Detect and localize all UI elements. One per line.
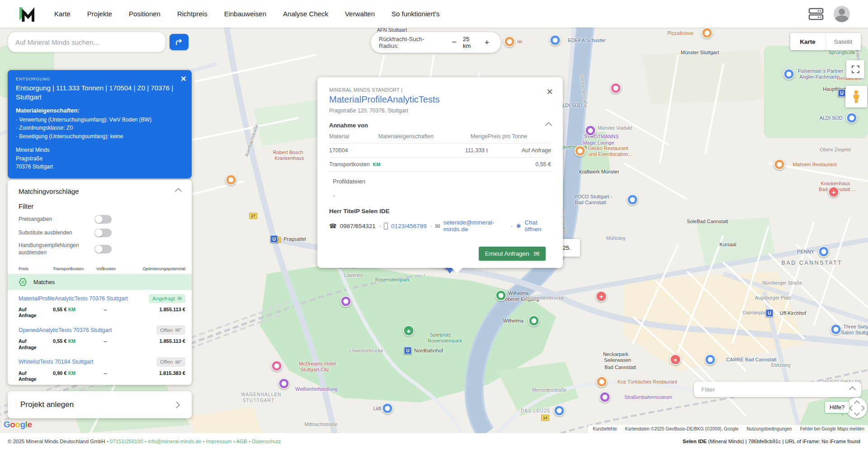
profile-files-value: -: [333, 192, 551, 199]
nav-item[interactable]: So funktioniert's: [392, 10, 439, 18]
match-full-cost: –: [96, 338, 114, 345]
map-poi-marker[interactable]: [575, 145, 586, 157]
toggle-switch[interactable]: [94, 229, 112, 237]
map-poi-marker[interactable]: [774, 159, 785, 170]
popup-material-row: 170504 111.333 t Auf Anfrage: [329, 144, 551, 158]
popup-title-link[interactable]: MaterialProfileAnalyticTests: [329, 94, 551, 105]
pan-left-icon[interactable]: [849, 405, 855, 411]
match-status-badge[interactable]: Angefragt ✉: [149, 294, 185, 303]
contact-line: ☎ 0987/654321 · 0123/456789 · ✉ selenide…: [329, 219, 551, 233]
km-tag: KM: [68, 307, 75, 312]
close-icon[interactable]: ×: [547, 86, 553, 97]
map-poi-marker[interactable]: [340, 296, 352, 307]
user-avatar[interactable]: [834, 6, 850, 22]
map-label: Lidl: [373, 406, 381, 411]
request-again-button[interactable]: Erneut Anfragen✉: [479, 247, 546, 261]
nav-item[interactable]: Verwalten: [345, 10, 375, 18]
attribution-link[interactable]: Kartendaten ©2025 GeoBasis-DE/BKG (©2009…: [625, 426, 739, 431]
pan-right-icon[interactable]: [859, 405, 865, 411]
ubahn-station-icon[interactable]: U: [766, 309, 774, 317]
map-poi-marker[interactable]: [554, 405, 565, 416]
map-poi-marker[interactable]: [550, 35, 561, 46]
map-poi-marker[interactable]: [226, 174, 237, 186]
map-label: Stuttgart-City: [300, 367, 329, 372]
fullscreen-button[interactable]: [846, 60, 864, 78]
map-label: SoleBad Cannstatt: [687, 219, 728, 224]
attribution-link[interactable]: Nutzungsbedingungen: [747, 426, 792, 431]
profile-files-label: Profildateien: [333, 178, 551, 185]
mobile-number-link[interactable]: 0123/456789: [391, 223, 427, 229]
map-poi-marker[interactable]: [627, 194, 638, 206]
attribution-link[interactable]: Kurzbefehle: [593, 426, 617, 431]
match-status-badge[interactable]: Offen ✉: [156, 357, 185, 367]
match-title-link[interactable]: OpenedAnalyticTests 70376 Stuttgart: [19, 327, 112, 333]
footer-link[interactable]: Impressum: [201, 439, 231, 444]
nav-item[interactable]: Projekte: [87, 10, 112, 18]
nav-item[interactable]: Richtpreis: [177, 10, 208, 18]
directions-button[interactable]: [170, 34, 189, 50]
footer-link[interactable]: info@mineral-minds.de: [143, 439, 202, 444]
map-poi-marker[interactable]: [830, 324, 842, 335]
material-property: Verwertung (Untersuchungsumfang): VwV Bo…: [16, 116, 184, 124]
map-poi-marker[interactable]: [818, 246, 830, 257]
section-collapse-chevron-icon[interactable]: [545, 122, 552, 129]
collapse-chevron-icon[interactable]: [175, 188, 182, 195]
footer-link[interactable]: 07151/250100: [105, 439, 143, 444]
create-project-button[interactable]: Projekt anlegen: [8, 391, 192, 418]
map-filter-input[interactable]: [700, 386, 838, 393]
ubahn-station-icon[interactable]: U: [838, 89, 846, 97]
nav-item[interactable]: Karte: [54, 10, 71, 18]
match-title-link[interactable]: MaterialProfileAnalyticTests 70376 Stutt…: [19, 295, 128, 302]
map-poi-marker[interactable]: [495, 290, 507, 301]
radius-increase-button[interactable]: +: [481, 38, 493, 47]
map-poi-marker[interactable]: [783, 69, 795, 80]
map-poi-marker[interactable]: [610, 83, 622, 94]
nav-item[interactable]: Analyse Check: [283, 10, 328, 18]
ubahn-station-icon[interactable]: U: [404, 347, 412, 355]
toggle-switch[interactable]: [94, 215, 112, 224]
chat-open-link[interactable]: Chat öffnen: [524, 219, 551, 233]
map-poi-marker[interactable]: [846, 112, 858, 124]
pegman-control[interactable]: [845, 86, 867, 108]
pan-up-icon[interactable]: [854, 400, 860, 406]
map-poi-marker[interactable]: [403, 325, 415, 337]
nav-item[interactable]: Positionen: [129, 10, 160, 18]
attribution-link[interactable]: Fehler bei Google Maps melden: [800, 426, 864, 431]
pan-down-icon[interactable]: [854, 410, 860, 416]
match-status-badge[interactable]: Offen ✉: [156, 325, 185, 335]
map-poi-marker[interactable]: [670, 354, 681, 365]
email-link[interactable]: selenide@mineral-minds.de: [443, 219, 508, 233]
map-poi-marker[interactable]: [705, 354, 716, 365]
map-poi-marker[interactable]: [828, 187, 840, 198]
toggle-label: Preisangaben: [19, 216, 82, 223]
close-icon[interactable]: ×: [181, 74, 186, 83]
map-poi-marker[interactable]: [528, 315, 540, 327]
nav-item[interactable]: Einbauweisen: [224, 10, 266, 18]
map-type-satellit-button[interactable]: Satellit: [826, 33, 861, 50]
map-poi-marker[interactable]: [504, 36, 515, 47]
map-poi-marker[interactable]: [596, 291, 607, 302]
map-poi-marker[interactable]: [271, 360, 283, 372]
radius-decrease-button[interactable]: −: [448, 38, 460, 47]
ubahn-station-icon[interactable]: U: [270, 235, 278, 243]
map-poi-marker[interactable]: [382, 403, 393, 414]
help-button[interactable]: Hilfe?: [825, 401, 849, 413]
footer-link[interactable]: © 2025 Mineral Minds Deutschland GmbH: [8, 439, 105, 444]
map-poi-marker[interactable]: [702, 28, 713, 39]
match-title-link[interactable]: WhitelistTests 70184 Stuttgart: [19, 359, 93, 365]
toggle-switch[interactable]: [94, 245, 112, 253]
google-logo: Google: [4, 420, 32, 430]
mineral-minds-logo[interactable]: [19, 5, 34, 23]
filter-collapse-chevron-icon[interactable]: [849, 386, 856, 393]
server-rack-icon[interactable]: [808, 8, 824, 20]
envelope-icon: ✉: [177, 295, 182, 302]
matches-group-header: Matches: [8, 274, 192, 290]
search-input[interactable]: [8, 32, 166, 52]
footer-link[interactable]: AGB: [232, 439, 247, 444]
map-poi-marker[interactable]: [585, 125, 596, 136]
map-poi-marker[interactable]: [599, 392, 611, 403]
map-poi-marker[interactable]: [596, 376, 608, 388]
map-poi-marker[interactable]: [278, 378, 290, 389]
map-type-karte-button[interactable]: Karte: [790, 33, 826, 50]
footer-link[interactable]: Datenschutz: [247, 439, 281, 444]
